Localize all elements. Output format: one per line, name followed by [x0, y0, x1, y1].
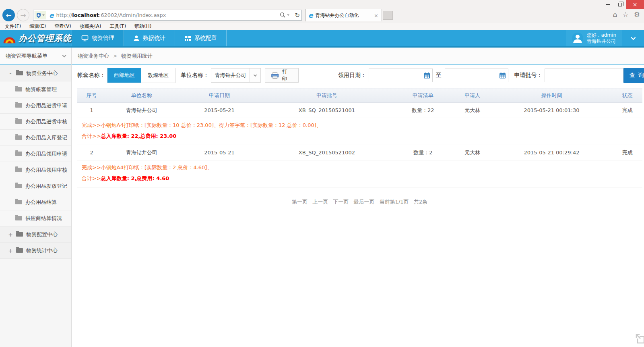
menu-help[interactable]: 帮助(H) — [134, 23, 151, 30]
filter-bar: 帐套名称： 西部地区 敦煌地区 单位名称： 青海钻井公司 打印 — [72, 65, 644, 85]
sidebar-item-supplies-purchase-request[interactable]: 办公用品进货申请 — [0, 98, 71, 114]
sidebar-item-supplies-distribution-register[interactable]: 办公用品发放登记 — [0, 178, 71, 194]
header-right: 您好 , admin 青海钻井公司 — [566, 30, 644, 46]
sidebar-item-supplies-settlement[interactable]: 办公用品结算 — [0, 194, 71, 210]
toggle-west-region[interactable]: 西部地区 — [107, 68, 141, 83]
browser-tab[interactable]: e 青海钻井办公自动化 × — [305, 9, 382, 21]
sidebar-item-label: 物资业务中心 — [26, 70, 58, 77]
calendar-icon[interactable] — [423, 72, 430, 79]
col-applicant: 申请人 — [454, 88, 491, 103]
collapse-icon[interactable]: - — [8, 70, 13, 77]
close-button[interactable]: × — [626, 0, 644, 9]
col-batch-number: 申请批号 — [262, 88, 392, 103]
avatar-icon — [572, 32, 584, 44]
url-text[interactable]: http://localhost:62002/Admin/Index.aspx — [56, 12, 280, 18]
back-button[interactable]: ← — [2, 9, 15, 21]
date-from-input[interactable] — [369, 69, 433, 82]
page-prev[interactable]: 上一页 — [312, 199, 328, 205]
forward-button[interactable]: → — [17, 9, 29, 21]
new-tab-button[interactable] — [383, 11, 393, 20]
printer-icon — [271, 72, 279, 79]
table-row[interactable]: 2 青海钻井公司 2015-05-21 XB_SQ_20150521002 数量… — [77, 145, 642, 160]
folder-icon — [15, 168, 22, 172]
tab-close-icon[interactable]: × — [373, 12, 379, 19]
table-row[interactable]: 1 青海钻井公司 2015-05-21 XB_SQ_20150521001 数量… — [77, 103, 642, 118]
petro-flower-icon — [2, 31, 17, 45]
url-host: localhost — [72, 12, 99, 18]
table-detail-row: 完成>>小钢炮A4打印纸：[实际数量：10 总价：23.00]、得力签字笔：[实… — [77, 118, 642, 145]
user-icon — [133, 35, 140, 42]
date-to-input[interactable] — [445, 69, 509, 82]
select-caret-button[interactable] — [250, 69, 260, 82]
sidebar-item-supplies-purchase-review[interactable]: 办公用品进货审核 — [0, 114, 71, 130]
home-icon[interactable]: ⌂ — [613, 10, 617, 19]
breadcrumb-parent[interactable]: 物资业务中心 — [78, 52, 109, 60]
menu-favorites[interactable]: 收藏夹(A) — [80, 23, 101, 30]
cell-index: 2 — [77, 145, 106, 160]
menu-file[interactable]: 文件(F) — [5, 23, 21, 30]
sidebar-title: 物资管理导航菜单 — [6, 52, 47, 60]
menu-tools[interactable]: 工具(T) — [109, 23, 126, 30]
folder-icon — [15, 135, 22, 140]
page-first[interactable]: 第一页 — [292, 199, 308, 205]
sidebar-item-material-config-center[interactable]: + 物资配置中心 — [0, 226, 71, 243]
search-icon[interactable] — [280, 12, 286, 18]
browser-menubar: 文件(F) 编辑(E) 查看(V) 收藏夹(A) 工具(T) 帮助(H) — [0, 23, 644, 30]
query-button[interactable]: 查 询 — [623, 68, 644, 83]
cell-apply-list: 数量：2 — [392, 145, 454, 160]
address-divider — [292, 11, 292, 19]
app-title: 办公管理系统 — [19, 33, 72, 44]
pagination: 第一页 上一页 下一页 最后一页 当前第1/1页 共2条 — [77, 198, 642, 206]
nav-system-config[interactable]: 系统配置 — [175, 30, 227, 46]
cell-unit-name: 青海钻井公司 — [106, 145, 177, 160]
sidebar-item-supplier-settlement-status[interactable]: 供应商结算情况 — [0, 210, 71, 226]
cell-apply-date: 2015-05-21 — [177, 145, 262, 160]
refresh-icon[interactable]: ↻ — [295, 12, 300, 19]
sidebar-item-supplies-requisition-request[interactable]: 办公用品领用申请 — [0, 146, 71, 162]
back-icon: ← — [6, 11, 11, 19]
calendar-icon[interactable] — [499, 72, 506, 79]
folder-icon — [15, 200, 22, 204]
sidebar-item-material-account-mgmt[interactable]: 物资帐套管理 — [0, 81, 71, 98]
address-bar[interactable]: e http://localhost:62002/Admin/Index.asp… — [33, 10, 302, 21]
unit-select[interactable]: 青海钻井公司 — [211, 68, 261, 83]
nav-label: 数据统计 — [143, 35, 165, 42]
favorites-star-icon[interactable]: ☆ — [623, 10, 629, 19]
minimize-button[interactable] — [602, 0, 614, 9]
detail-total-prefix: 合计>> — [82, 175, 101, 181]
menu-edit[interactable]: 编辑(E) — [29, 23, 46, 30]
popout-icon[interactable] — [635, 333, 644, 344]
toggle-dunhuang-region[interactable]: 敦煌地区 — [141, 68, 175, 83]
security-shield-button[interactable] — [35, 11, 46, 19]
sidebar-item-material-business-center[interactable]: - 物资业务中心 — [0, 65, 71, 81]
sidebar-item-material-stats-center[interactable]: + 物资统计中心 — [0, 243, 71, 259]
nav-data-statistics[interactable]: 数据统计 — [124, 30, 175, 46]
restore-button[interactable] — [614, 0, 626, 9]
user-menu-toggle[interactable] — [622, 30, 644, 46]
batch-number-input[interactable] — [545, 69, 623, 82]
app-header: 办公管理系统 物资管理 数据统计 — [0, 30, 644, 48]
sidebar-item-supplies-requisition-review[interactable]: 办公用品领用审核 — [0, 162, 71, 178]
page-next[interactable]: 下一页 — [333, 199, 349, 205]
top-nav: 物资管理 数据统计 系统配置 — [72, 30, 227, 46]
url-path: :62002/Admin/Index.aspx — [99, 12, 166, 18]
minimize-icon — [606, 4, 610, 5]
print-button[interactable]: 打印 — [265, 68, 299, 83]
page-last[interactable]: 最后一页 — [353, 199, 374, 205]
print-label: 打印 — [282, 68, 292, 83]
expand-icon[interactable]: + — [8, 231, 13, 238]
unit-select-value: 青海钻井公司 — [211, 69, 250, 82]
nav-material-management[interactable]: 物资管理 — [72, 30, 124, 46]
sidebar-header[interactable]: 物资管理导航菜单 — [0, 48, 71, 65]
requisition-date-label: 领用日期： — [338, 72, 366, 79]
sidebar-item-label: 物资统计中心 — [26, 247, 58, 254]
settings-gear-icon[interactable]: ⚙ — [634, 10, 640, 19]
search-caret-icon[interactable] — [287, 15, 289, 16]
sidebar-item-supplies-inbound-register[interactable]: 办公用品入库登记 — [0, 130, 71, 146]
menu-view[interactable]: 查看(V) — [54, 23, 71, 30]
detail-total-line: 合计>>总入库数量: 22,总费用: 23.00 — [82, 132, 638, 140]
user-info[interactable]: 您好 , admin 青海钻井公司 — [566, 30, 622, 46]
expand-icon[interactable]: + — [8, 247, 13, 254]
breadcrumb: 物资业务中心 > 物资领用统计 — [72, 48, 644, 65]
table-header-row: 序号 单位名称 申请日期 申请批号 申请清单 申请人 操作时间 状态 — [77, 88, 642, 103]
